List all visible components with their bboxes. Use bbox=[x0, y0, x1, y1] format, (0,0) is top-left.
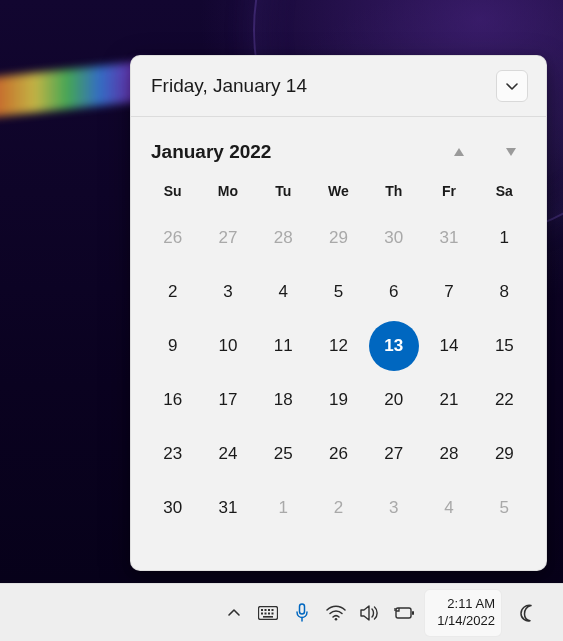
calendar-day[interactable]: 19 bbox=[311, 373, 366, 427]
calendar-day[interactable]: 22 bbox=[477, 373, 532, 427]
triangle-up-icon bbox=[453, 147, 465, 157]
calendar-day-number: 31 bbox=[440, 228, 459, 248]
calendar-day[interactable]: 1 bbox=[477, 211, 532, 265]
calendar-day-number: 12 bbox=[329, 336, 348, 356]
calendar-day[interactable]: 17 bbox=[200, 373, 255, 427]
calendar-weekday: Fr bbox=[421, 183, 476, 199]
keyboard-icon bbox=[258, 606, 278, 620]
svg-rect-2 bbox=[265, 609, 267, 611]
svg-rect-6 bbox=[265, 612, 267, 614]
calendar-day-number: 19 bbox=[329, 390, 348, 410]
calendar-day[interactable]: 29 bbox=[477, 427, 532, 481]
calendar-day[interactable]: 7 bbox=[421, 265, 476, 319]
volume-button[interactable] bbox=[356, 593, 384, 633]
calendar-day[interactable]: 24 bbox=[200, 427, 255, 481]
calendar-day[interactable]: 12 bbox=[311, 319, 366, 373]
calendar-weekday: Sa bbox=[477, 183, 532, 199]
calendar-collapse-button[interactable] bbox=[496, 70, 528, 102]
calendar-day-number: 14 bbox=[440, 336, 459, 356]
calendar-day-number: 1 bbox=[500, 228, 509, 248]
calendar-day[interactable]: 23 bbox=[145, 427, 200, 481]
calendar-day[interactable]: 3 bbox=[366, 481, 421, 535]
calendar-day[interactable]: 11 bbox=[256, 319, 311, 373]
calendar-day[interactable]: 1 bbox=[256, 481, 311, 535]
clock-date: 1/14/2022 bbox=[437, 613, 495, 629]
calendar-weekday-row: SuMoTuWeThFrSa bbox=[145, 183, 532, 199]
calendar-day[interactable]: 5 bbox=[311, 265, 366, 319]
calendar-day[interactable]: 28 bbox=[256, 211, 311, 265]
voice-typing-button[interactable] bbox=[288, 593, 316, 633]
calendar-day-number: 28 bbox=[440, 444, 459, 464]
calendar-day-number: 28 bbox=[274, 228, 293, 248]
calendar-month-label[interactable]: January 2022 bbox=[151, 141, 271, 163]
calendar-day-number: 30 bbox=[384, 228, 403, 248]
svg-rect-8 bbox=[272, 612, 274, 614]
calendar-day[interactable]: 26 bbox=[311, 427, 366, 481]
calendar-day-number: 30 bbox=[163, 498, 182, 518]
focus-assist-button[interactable] bbox=[508, 589, 548, 637]
calendar-day[interactable]: 13 bbox=[366, 319, 421, 373]
calendar-day-number: 16 bbox=[163, 390, 182, 410]
touch-keyboard-button[interactable] bbox=[254, 593, 282, 633]
calendar-day-number: 29 bbox=[329, 228, 348, 248]
svg-point-12 bbox=[335, 617, 338, 620]
calendar-current-date[interactable]: Friday, January 14 bbox=[151, 75, 307, 97]
calendar-header: Friday, January 14 bbox=[131, 56, 546, 117]
calendar-day[interactable]: 4 bbox=[421, 481, 476, 535]
calendar-day-number: 3 bbox=[389, 498, 398, 518]
calendar-weekday: Th bbox=[366, 183, 421, 199]
calendar-day-number: 31 bbox=[218, 498, 237, 518]
calendar-day[interactable]: 30 bbox=[145, 481, 200, 535]
network-button[interactable] bbox=[322, 593, 350, 633]
calendar-day[interactable]: 8 bbox=[477, 265, 532, 319]
calendar-day-number: 5 bbox=[334, 282, 343, 302]
calendar-month-row: January 2022 bbox=[131, 117, 546, 171]
calendar-weekday: Tu bbox=[256, 183, 311, 199]
calendar-weekday: We bbox=[311, 183, 366, 199]
calendar-day[interactable]: 27 bbox=[200, 211, 255, 265]
triangle-down-icon bbox=[505, 147, 517, 157]
calendar-day[interactable]: 30 bbox=[366, 211, 421, 265]
moon-icon bbox=[518, 603, 538, 623]
calendar-day[interactable]: 2 bbox=[311, 481, 366, 535]
calendar-day[interactable]: 10 bbox=[200, 319, 255, 373]
calendar-day-number: 18 bbox=[274, 390, 293, 410]
calendar-day[interactable]: 28 bbox=[421, 427, 476, 481]
calendar-day-number: 1 bbox=[278, 498, 287, 518]
calendar-day[interactable]: 2 bbox=[145, 265, 200, 319]
svg-rect-14 bbox=[412, 611, 414, 615]
calendar-day[interactable]: 20 bbox=[366, 373, 421, 427]
calendar-day[interactable]: 6 bbox=[366, 265, 421, 319]
calendar-day[interactable]: 4 bbox=[256, 265, 311, 319]
calendar-day[interactable]: 25 bbox=[256, 427, 311, 481]
calendar-day[interactable]: 26 bbox=[145, 211, 200, 265]
battery-button[interactable] bbox=[390, 593, 418, 633]
calendar-day[interactable]: 15 bbox=[477, 319, 532, 373]
wallpaper-rainbow bbox=[0, 61, 150, 120]
calendar-day[interactable]: 31 bbox=[200, 481, 255, 535]
svg-rect-1 bbox=[261, 609, 263, 611]
calendar-day-number: 20 bbox=[384, 390, 403, 410]
calendar-day-number: 4 bbox=[444, 498, 453, 518]
chevron-down-icon bbox=[505, 79, 519, 93]
clock-button[interactable]: 2:11 AM 1/14/2022 bbox=[424, 589, 502, 637]
calendar-next-month-button[interactable] bbox=[502, 143, 520, 161]
calendar-day-number: 26 bbox=[329, 444, 348, 464]
calendar-grid: SuMoTuWeThFrSa 2627282930311234567891011… bbox=[131, 171, 546, 570]
calendar-day[interactable]: 21 bbox=[421, 373, 476, 427]
calendar-day-number: 11 bbox=[274, 336, 293, 356]
calendar-day[interactable]: 5 bbox=[477, 481, 532, 535]
calendar-day[interactable]: 27 bbox=[366, 427, 421, 481]
calendar-day[interactable]: 9 bbox=[145, 319, 200, 373]
svg-rect-5 bbox=[261, 612, 263, 614]
svg-rect-13 bbox=[396, 608, 411, 618]
calendar-day[interactable]: 31 bbox=[421, 211, 476, 265]
calendar-day[interactable]: 18 bbox=[256, 373, 311, 427]
calendar-day[interactable]: 14 bbox=[421, 319, 476, 373]
tray-overflow-button[interactable] bbox=[220, 593, 248, 633]
calendar-prev-month-button[interactable] bbox=[450, 143, 468, 161]
calendar-day-number: 23 bbox=[163, 444, 182, 464]
calendar-day[interactable]: 3 bbox=[200, 265, 255, 319]
calendar-day[interactable]: 16 bbox=[145, 373, 200, 427]
calendar-day[interactable]: 29 bbox=[311, 211, 366, 265]
